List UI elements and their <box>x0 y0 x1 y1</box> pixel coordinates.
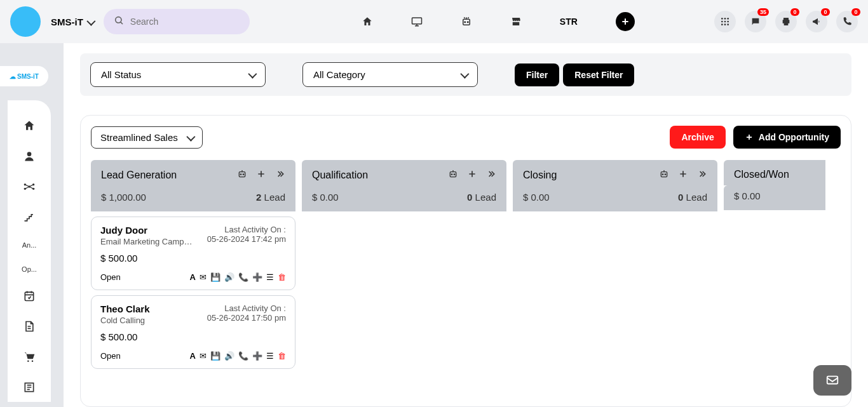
sidebar-opportunities[interactable]: Op... <box>8 265 51 273</box>
chevron-double-right-icon[interactable] <box>275 169 285 182</box>
list-icon[interactable]: ☰ <box>266 272 274 282</box>
board-actions: Archive Add Opportunity <box>670 126 841 149</box>
status-select[interactable]: All Status <box>90 62 266 87</box>
card-activity: Last Activity On :05-26-2024 17:50 pm <box>207 304 286 323</box>
svg-point-5 <box>721 18 723 20</box>
volume-icon[interactable]: 🔊 <box>224 272 234 282</box>
megaphone-button[interactable]: 0 <box>806 11 827 32</box>
add-icon[interactable]: ➕ <box>252 351 262 361</box>
column-amount: $ 0.00 <box>523 192 550 203</box>
sidebar-cart[interactable] <box>8 350 51 364</box>
chat-button[interactable]: 35 <box>745 11 766 32</box>
phone-icon[interactable]: 📞 <box>238 351 248 361</box>
svg-point-22 <box>32 360 34 362</box>
column-amount: $ 0.00 <box>312 192 339 203</box>
column-header: Lead Generation <box>91 160 295 187</box>
sidebar-network[interactable] <box>8 180 51 194</box>
column-lead-count: 0 Lead <box>678 192 707 203</box>
store-icon[interactable] <box>510 16 522 27</box>
svg-point-25 <box>240 174 241 175</box>
column-amount: $ 1,000.00 <box>101 192 146 203</box>
save-icon[interactable]: 💾 <box>210 272 220 282</box>
column-lead-count: 2 Lead <box>256 192 285 203</box>
chevron-down-icon <box>461 69 467 80</box>
filter-button[interactable]: Filter <box>515 63 559 86</box>
sidebar-logo[interactable]: ☁SMS-iT <box>0 66 48 86</box>
print-button[interactable]: 0 <box>775 11 797 32</box>
home-icon[interactable] <box>362 16 373 27</box>
reset-filter-button[interactable]: Reset Filter <box>563 63 634 86</box>
chevron-double-right-icon[interactable] <box>697 169 707 182</box>
font-icon[interactable]: A <box>190 272 196 282</box>
header-nav: STR <box>362 12 635 31</box>
column-amount: $ 0.00 <box>734 190 761 201</box>
category-select[interactable]: All Category <box>302 62 478 87</box>
kanban-column: Closing $ 0.000 Lead <box>513 160 717 369</box>
robot-icon[interactable] <box>659 169 669 182</box>
svg-point-29 <box>454 174 454 175</box>
status-value: All Status <box>101 69 141 80</box>
svg-point-11 <box>721 23 723 25</box>
cloud-icon: ☁ <box>10 73 16 80</box>
card-campaign: Email Marketing Campaign <box>100 237 196 246</box>
card-activity: Last Activity On :05-26-2024 17:42 pm <box>207 225 286 244</box>
phone-button[interactable]: 0 <box>836 11 858 32</box>
apps-grid-button[interactable] <box>714 11 736 32</box>
search-input[interactable] <box>130 17 240 27</box>
svg-point-32 <box>665 174 665 175</box>
opportunity-card[interactable]: Theo Clark Cold Calling Last Activity On… <box>91 295 295 369</box>
archive-button[interactable]: Archive <box>670 126 725 149</box>
logo-avatar[interactable] <box>10 6 41 37</box>
add-opportunity-button[interactable]: Add Opportunity <box>733 126 841 149</box>
column-stats: $ 0.00 <box>724 185 825 210</box>
sidebar-item-label: Op... <box>22 265 37 273</box>
top-header: SMS-iT STR 35 <box>0 0 868 43</box>
plus-icon[interactable] <box>256 169 266 182</box>
brand-dropdown[interactable]: SMS-iT <box>51 17 93 27</box>
kanban-column: Qualification $ 0.000 Lead <box>302 160 506 369</box>
trash-icon[interactable]: 🗑 <box>278 351 286 361</box>
plus-circle-button[interactable] <box>616 12 635 31</box>
sidebar-steps[interactable] <box>8 211 51 225</box>
list-icon[interactable]: ☰ <box>266 351 274 361</box>
sidebar-calendar[interactable] <box>8 290 51 304</box>
robot-icon[interactable] <box>448 169 458 182</box>
volume-icon[interactable]: 🔊 <box>224 351 234 361</box>
pipeline-select[interactable]: Streamlined Sales <box>91 126 203 149</box>
card-amount: $ 500.00 <box>100 331 286 342</box>
main-content: All Status All Category Filter Reset Fil… <box>64 43 868 407</box>
mail-icon[interactable]: ✉ <box>200 272 207 282</box>
print-badge: 0 <box>790 8 799 16</box>
chevron-down-icon <box>248 69 255 80</box>
chat-widget[interactable] <box>813 365 851 396</box>
font-icon[interactable]: A <box>190 351 196 361</box>
sidebar-analytics[interactable]: An... <box>8 241 51 249</box>
svg-point-31 <box>662 174 663 175</box>
column-header: Closed/Won <box>724 160 825 185</box>
sidebar-news[interactable] <box>8 381 51 395</box>
add-icon[interactable]: ➕ <box>252 272 262 282</box>
card-amount: $ 500.00 <box>100 253 286 264</box>
search-box[interactable] <box>104 9 250 34</box>
pipeline-value: Streamlined Sales <box>100 132 178 143</box>
robot-icon[interactable] <box>237 169 247 182</box>
plus-icon[interactable] <box>467 169 477 182</box>
svg-point-9 <box>724 21 726 23</box>
str-link[interactable]: STR <box>560 17 578 27</box>
mail-icon[interactable]: ✉ <box>200 351 207 361</box>
phone-icon[interactable]: 📞 <box>238 272 248 282</box>
svg-rect-1 <box>412 18 421 24</box>
sidebar-document[interactable] <box>8 320 51 334</box>
opportunity-card[interactable]: Judy Door Email Marketing Campaign Last … <box>91 217 295 290</box>
board-header: Streamlined Sales Archive Add Opportunit… <box>91 126 841 149</box>
plus-icon[interactable] <box>678 169 688 182</box>
save-icon[interactable]: 💾 <box>210 351 220 361</box>
sidebar-home[interactable] <box>8 119 51 133</box>
phone-badge: 0 <box>851 8 860 16</box>
sidebar-user[interactable] <box>8 150 51 164</box>
robot-icon[interactable] <box>461 16 472 27</box>
monitor-icon[interactable] <box>411 16 423 27</box>
svg-point-14 <box>27 152 32 156</box>
trash-icon[interactable]: 🗑 <box>278 272 286 282</box>
chevron-double-right-icon[interactable] <box>486 169 496 182</box>
